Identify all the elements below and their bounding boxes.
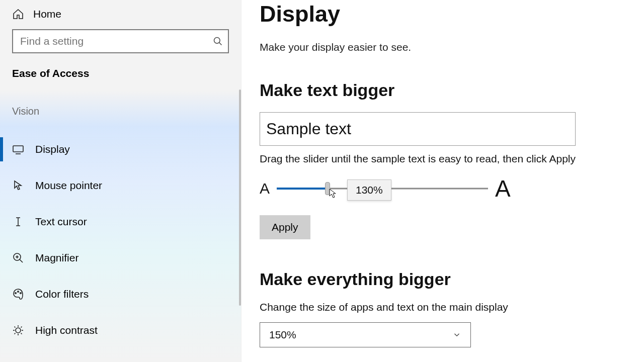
sidebar-item-magnifier[interactable]: Magnifier xyxy=(0,240,241,276)
sidebar-item-high-contrast[interactable]: High contrast xyxy=(0,312,241,348)
search-field[interactable] xyxy=(20,35,213,47)
high-contrast-icon xyxy=(12,324,24,336)
sidebar-item-display[interactable]: Display xyxy=(0,131,241,167)
search-icon xyxy=(213,36,223,46)
slider-instruction: Drag the slider until the sample text is… xyxy=(260,153,626,165)
slider-fill xyxy=(277,188,328,190)
svg-point-0 xyxy=(214,38,220,44)
section-make-text-bigger: Make text bigger xyxy=(260,80,626,100)
everything-bigger-instruction: Change the size of apps and text on the … xyxy=(260,301,626,313)
sidebar-item-mouse-pointer[interactable]: Mouse pointer xyxy=(0,167,241,204)
section-make-everything-bigger: Make everything bigger xyxy=(260,269,626,289)
svg-rect-2 xyxy=(13,146,23,152)
page-description: Make your display easier to see. xyxy=(260,41,626,53)
svg-line-20 xyxy=(21,327,22,328)
sample-text-box: Sample text xyxy=(260,112,576,146)
home-icon xyxy=(12,8,24,20)
svg-line-18 xyxy=(21,333,22,334)
a-small-icon: A xyxy=(260,180,270,197)
a-big-icon: A xyxy=(495,175,511,202)
sidebar-item-color-filters[interactable]: Color filters xyxy=(0,276,241,312)
color-filters-icon xyxy=(12,288,24,300)
svg-line-19 xyxy=(15,333,16,334)
svg-point-12 xyxy=(16,328,21,333)
sidebar-label-text-cursor: Text cursor xyxy=(35,216,87,228)
magnifier-icon xyxy=(12,252,24,264)
home-label: Home xyxy=(33,8,61,20)
sidebar-label-high-contrast: High contrast xyxy=(35,324,98,336)
home-nav[interactable]: Home xyxy=(0,5,241,29)
svg-line-1 xyxy=(219,43,222,45)
apply-button[interactable]: Apply xyxy=(260,215,310,239)
sidebar-label-color-filters: Color filters xyxy=(35,288,89,300)
section-title: Ease of Access xyxy=(0,67,241,90)
mouse-pointer-icon xyxy=(12,179,24,192)
text-size-slider[interactable]: 130% xyxy=(277,183,488,195)
sidebar-label-magnifier: Magnifier xyxy=(35,252,78,264)
group-title: Vision xyxy=(0,90,241,131)
search-input[interactable] xyxy=(12,29,229,53)
svg-point-10 xyxy=(18,291,19,293)
sidebar: Home Ease of Access Vision Display xyxy=(0,0,242,362)
slider-tooltip: 130% xyxy=(347,179,391,201)
svg-line-6 xyxy=(20,259,23,262)
text-cursor-icon xyxy=(12,216,24,228)
scale-dropdown-value: 150% xyxy=(269,329,296,341)
svg-point-11 xyxy=(20,293,22,294)
sidebar-label-display: Display xyxy=(35,143,70,155)
slider-thumb[interactable] xyxy=(325,182,330,195)
sidebar-label-mouse-pointer: Mouse pointer xyxy=(35,179,102,192)
display-icon xyxy=(12,143,24,155)
scale-dropdown[interactable]: 150% xyxy=(260,322,471,347)
cursor-icon xyxy=(329,189,336,199)
svg-line-17 xyxy=(15,327,16,328)
svg-point-9 xyxy=(15,293,17,294)
sidebar-item-text-cursor[interactable]: Text cursor xyxy=(0,204,241,240)
text-size-slider-row: A 130% A xyxy=(260,175,626,202)
main-content: Display Make your display easier to see.… xyxy=(242,0,644,362)
chevron-down-icon xyxy=(452,330,461,339)
page-title: Display xyxy=(260,1,626,27)
